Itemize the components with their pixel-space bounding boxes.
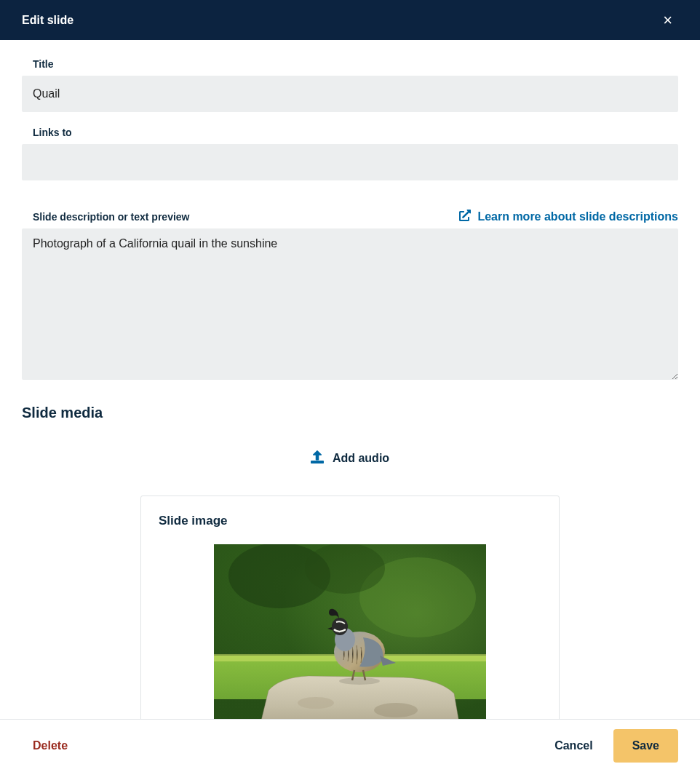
links-field-group: Links to: [22, 127, 678, 180]
add-audio-button[interactable]: Add audio: [311, 450, 389, 466]
title-input[interactable]: [22, 76, 678, 112]
dialog-header: Edit slide ×: [0, 0, 700, 40]
description-field-group: Slide description or text preview Learn …: [22, 210, 678, 383]
close-icon: ×: [663, 11, 672, 29]
add-audio-label: Add audio: [333, 452, 389, 465]
close-button[interactable]: ×: [657, 9, 678, 31]
links-label: Links to: [33, 127, 678, 138]
save-button[interactable]: Save: [613, 729, 678, 763]
dialog-footer: Delete Cancel Save: [0, 719, 700, 772]
slide-image-card: Slide image: [140, 496, 560, 719]
links-input[interactable]: [22, 144, 678, 180]
upload-icon: [311, 450, 324, 466]
learn-more-link[interactable]: Learn more about slide descriptions: [459, 210, 678, 224]
svg-point-7: [298, 697, 334, 709]
svg-point-11: [332, 618, 348, 635]
title-field-group: Title: [22, 58, 678, 112]
svg-point-4: [305, 544, 385, 594]
slide-image-heading: Slide image: [159, 514, 541, 528]
slide-image-preview: [214, 544, 486, 719]
dialog-title: Edit slide: [22, 14, 73, 27]
svg-point-14: [339, 677, 380, 685]
dialog-content: Title Links to Slide description or text…: [0, 40, 700, 719]
slide-media-heading: Slide media: [22, 405, 678, 421]
delete-button[interactable]: Delete: [33, 739, 68, 752]
title-label: Title: [33, 58, 678, 70]
description-label: Slide description or text preview: [33, 211, 190, 223]
description-textarea[interactable]: [22, 228, 678, 380]
learn-more-text: Learn more about slide descriptions: [477, 210, 678, 223]
external-link-icon: [459, 210, 471, 224]
cancel-button[interactable]: Cancel: [554, 739, 592, 752]
svg-point-8: [374, 703, 418, 717]
